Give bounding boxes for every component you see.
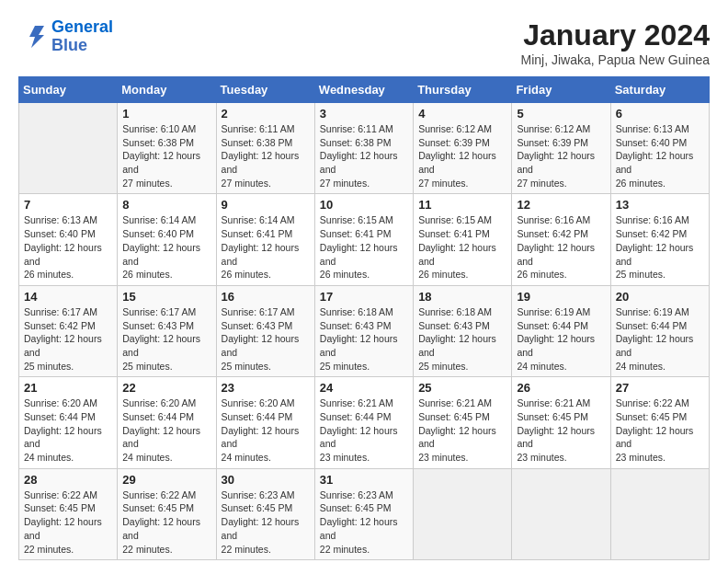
day-number: 2 <box>222 107 310 121</box>
day-info: Sunrise: 6:12 AMSunset: 6:39 PMDaylight:… <box>418 122 506 190</box>
day-info: Sunrise: 6:14 AMSunset: 6:41 PMDaylight:… <box>222 213 310 281</box>
calendar-cell: 29Sunrise: 6:22 AMSunset: 6:45 PMDayligh… <box>118 468 216 559</box>
calendar-cell <box>512 468 610 559</box>
day-number: 16 <box>222 290 310 304</box>
day-number: 14 <box>24 290 112 304</box>
weekday-header: Friday <box>512 77 610 103</box>
calendar-cell: 31Sunrise: 6:23 AMSunset: 6:45 PMDayligh… <box>314 468 413 559</box>
day-info: Sunrise: 6:17 AMSunset: 6:43 PMDaylight:… <box>122 305 210 373</box>
logo: General Blue <box>18 18 113 55</box>
day-number: 27 <box>616 381 704 395</box>
calendar-cell: 16Sunrise: 6:17 AMSunset: 6:43 PMDayligh… <box>216 285 314 376</box>
calendar-week-row: 21Sunrise: 6:20 AMSunset: 6:44 PMDayligh… <box>19 377 710 468</box>
day-number: 11 <box>418 198 506 212</box>
weekday-header: Thursday <box>414 77 512 103</box>
day-info: Sunrise: 6:13 AMSunset: 6:40 PMDaylight:… <box>616 122 704 190</box>
day-number: 6 <box>616 107 704 121</box>
day-info: Sunrise: 6:19 AMSunset: 6:44 PMDaylight:… <box>616 305 704 373</box>
day-number: 21 <box>24 381 112 395</box>
day-info: Sunrise: 6:21 AMSunset: 6:45 PMDaylight:… <box>418 396 506 464</box>
day-number: 4 <box>418 107 506 121</box>
calendar-cell: 28Sunrise: 6:22 AMSunset: 6:45 PMDayligh… <box>19 468 118 559</box>
day-info: Sunrise: 6:20 AMSunset: 6:44 PMDaylight:… <box>24 396 112 464</box>
calendar-week-row: 1Sunrise: 6:10 AMSunset: 6:38 PMDaylight… <box>19 103 710 194</box>
day-number: 13 <box>616 198 704 212</box>
day-number: 24 <box>320 381 408 395</box>
day-info: Sunrise: 6:13 AMSunset: 6:40 PMDaylight:… <box>24 213 112 281</box>
calendar-cell: 18Sunrise: 6:18 AMSunset: 6:43 PMDayligh… <box>414 285 512 376</box>
calendar-cell <box>610 468 709 559</box>
day-info: Sunrise: 6:21 AMSunset: 6:45 PMDaylight:… <box>517 396 605 464</box>
day-info: Sunrise: 6:22 AMSunset: 6:45 PMDaylight:… <box>616 396 704 464</box>
day-info: Sunrise: 6:19 AMSunset: 6:44 PMDaylight:… <box>517 305 605 373</box>
svg-marker-0 <box>29 26 44 48</box>
calendar-week-row: 14Sunrise: 6:17 AMSunset: 6:42 PMDayligh… <box>19 285 710 376</box>
calendar-cell: 12Sunrise: 6:16 AMSunset: 6:42 PMDayligh… <box>512 194 610 285</box>
day-info: Sunrise: 6:23 AMSunset: 6:45 PMDaylight:… <box>320 488 408 556</box>
calendar-cell: 8Sunrise: 6:14 AMSunset: 6:40 PMDaylight… <box>118 194 216 285</box>
day-info: Sunrise: 6:23 AMSunset: 6:45 PMDaylight:… <box>222 488 310 556</box>
day-number: 8 <box>122 198 210 212</box>
logo-icon <box>18 22 48 52</box>
page-header: General Blue January 2024 Minj, Jiwaka, … <box>18 18 710 67</box>
day-number: 19 <box>517 290 605 304</box>
calendar-cell: 19Sunrise: 6:19 AMSunset: 6:44 PMDayligh… <box>512 285 610 376</box>
weekday-header: Monday <box>118 77 216 103</box>
title-block: January 2024 Minj, Jiwaka, Papua New Gui… <box>521 18 710 67</box>
calendar-cell: 1Sunrise: 6:10 AMSunset: 6:38 PMDaylight… <box>118 103 216 194</box>
day-number: 25 <box>418 381 506 395</box>
calendar-cell: 20Sunrise: 6:19 AMSunset: 6:44 PMDayligh… <box>610 285 709 376</box>
calendar-table: SundayMondayTuesdayWednesdayThursdayFrid… <box>18 76 710 560</box>
calendar-cell: 7Sunrise: 6:13 AMSunset: 6:40 PMDaylight… <box>19 194 118 285</box>
weekday-header: Saturday <box>610 77 709 103</box>
day-info: Sunrise: 6:17 AMSunset: 6:43 PMDaylight:… <box>222 305 310 373</box>
calendar-cell: 21Sunrise: 6:20 AMSunset: 6:44 PMDayligh… <box>19 377 118 468</box>
calendar-cell: 14Sunrise: 6:17 AMSunset: 6:42 PMDayligh… <box>19 285 118 376</box>
calendar-cell: 6Sunrise: 6:13 AMSunset: 6:40 PMDaylight… <box>610 103 709 194</box>
calendar-cell: 11Sunrise: 6:15 AMSunset: 6:41 PMDayligh… <box>414 194 512 285</box>
calendar-cell: 17Sunrise: 6:18 AMSunset: 6:43 PMDayligh… <box>314 285 413 376</box>
day-info: Sunrise: 6:21 AMSunset: 6:44 PMDaylight:… <box>320 396 408 464</box>
day-info: Sunrise: 6:17 AMSunset: 6:42 PMDaylight:… <box>24 305 112 373</box>
day-info: Sunrise: 6:12 AMSunset: 6:39 PMDaylight:… <box>517 122 605 190</box>
calendar-cell <box>19 103 118 194</box>
weekday-header: Wednesday <box>314 77 413 103</box>
location: Minj, Jiwaka, Papua New Guinea <box>521 52 710 67</box>
calendar-week-row: 7Sunrise: 6:13 AMSunset: 6:40 PMDaylight… <box>19 194 710 285</box>
weekday-header: Tuesday <box>216 77 314 103</box>
calendar-cell: 24Sunrise: 6:21 AMSunset: 6:44 PMDayligh… <box>314 377 413 468</box>
calendar-cell: 4Sunrise: 6:12 AMSunset: 6:39 PMDaylight… <box>414 103 512 194</box>
logo-text: General Blue <box>51 18 113 55</box>
day-info: Sunrise: 6:20 AMSunset: 6:44 PMDaylight:… <box>122 396 210 464</box>
day-info: Sunrise: 6:20 AMSunset: 6:44 PMDaylight:… <box>222 396 310 464</box>
calendar-cell: 2Sunrise: 6:11 AMSunset: 6:38 PMDaylight… <box>216 103 314 194</box>
day-number: 31 <box>320 473 408 487</box>
day-number: 18 <box>418 290 506 304</box>
calendar-cell: 26Sunrise: 6:21 AMSunset: 6:45 PMDayligh… <box>512 377 610 468</box>
calendar-cell: 10Sunrise: 6:15 AMSunset: 6:41 PMDayligh… <box>314 194 413 285</box>
calendar-cell: 30Sunrise: 6:23 AMSunset: 6:45 PMDayligh… <box>216 468 314 559</box>
day-number: 17 <box>320 290 408 304</box>
day-info: Sunrise: 6:16 AMSunset: 6:42 PMDaylight:… <box>517 213 605 281</box>
day-number: 20 <box>616 290 704 304</box>
day-info: Sunrise: 6:10 AMSunset: 6:38 PMDaylight:… <box>122 122 210 190</box>
day-info: Sunrise: 6:14 AMSunset: 6:40 PMDaylight:… <box>122 213 210 281</box>
calendar-cell: 15Sunrise: 6:17 AMSunset: 6:43 PMDayligh… <box>118 285 216 376</box>
day-number: 26 <box>517 381 605 395</box>
day-number: 10 <box>320 198 408 212</box>
logo-line1: General <box>51 17 113 36</box>
day-info: Sunrise: 6:22 AMSunset: 6:45 PMDaylight:… <box>24 488 112 556</box>
calendar-cell: 22Sunrise: 6:20 AMSunset: 6:44 PMDayligh… <box>118 377 216 468</box>
day-number: 9 <box>222 198 310 212</box>
day-number: 30 <box>222 473 310 487</box>
weekday-header: Sunday <box>19 77 118 103</box>
calendar-cell: 5Sunrise: 6:12 AMSunset: 6:39 PMDaylight… <box>512 103 610 194</box>
day-number: 7 <box>24 198 112 212</box>
calendar-cell: 27Sunrise: 6:22 AMSunset: 6:45 PMDayligh… <box>610 377 709 468</box>
day-number: 15 <box>122 290 210 304</box>
day-info: Sunrise: 6:15 AMSunset: 6:41 PMDaylight:… <box>320 213 408 281</box>
day-info: Sunrise: 6:18 AMSunset: 6:43 PMDaylight:… <box>418 305 506 373</box>
calendar-cell: 23Sunrise: 6:20 AMSunset: 6:44 PMDayligh… <box>216 377 314 468</box>
day-info: Sunrise: 6:18 AMSunset: 6:43 PMDaylight:… <box>320 305 408 373</box>
calendar-cell <box>414 468 512 559</box>
